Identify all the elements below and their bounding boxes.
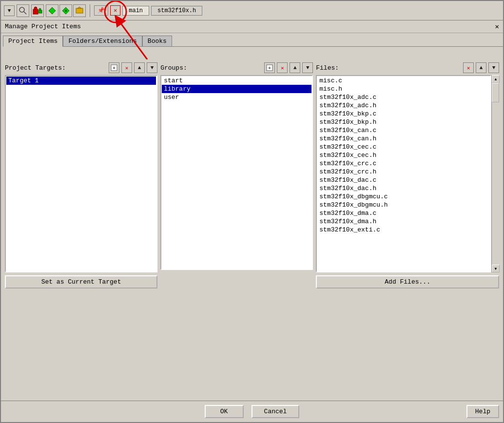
toolbar-dropdown-btn[interactable]: ▼ (4, 5, 15, 16)
files-down-btn[interactable]: ▼ (488, 62, 499, 73)
targets-column: Project Targets: + ✕ ▲ ▼ Target 1 Set (5, 62, 157, 288)
svg-point-6 (34, 7, 37, 10)
files-up-btn[interactable]: ▲ (476, 62, 486, 73)
tab-close[interactable]: ✕ (110, 5, 120, 16)
toolbar-icon-1[interactable] (17, 4, 29, 17)
cancel-button[interactable]: Cancel (252, 405, 300, 418)
list-item[interactable]: stm32f10x_crc.h (317, 168, 490, 176)
groups-listbox[interactable]: start library user (160, 75, 313, 270)
groups-column: Groups: + ✕ ▲ ▼ start library user (160, 62, 313, 288)
files-label: Files: (316, 64, 461, 72)
files-action: Add Files... (316, 275, 499, 288)
targets-delete-btn[interactable]: ✕ (121, 62, 132, 73)
files-delete-btn[interactable]: ✕ (463, 62, 474, 73)
svg-text:+: + (268, 66, 271, 71)
targets-down-btn[interactable]: ▼ (147, 62, 157, 73)
tab-books[interactable]: Books (142, 36, 172, 47)
tab-project-items[interactable]: Project Items (3, 36, 63, 47)
list-item[interactable]: misc.h (317, 85, 490, 93)
list-item[interactable]: library (162, 85, 311, 93)
toolbar-icon-3[interactable] (59, 4, 72, 17)
toolbar-icon-2[interactable] (46, 4, 58, 17)
file-tab-stm32[interactable]: stm32f10x.h (151, 6, 202, 16)
tab-folders-extensions[interactable]: Folders/Extensions (63, 36, 142, 47)
svg-text:+: + (113, 66, 116, 71)
scroll-up-btn[interactable]: ▲ (492, 75, 500, 83)
list-item[interactable]: stm32f10x_crc.c (317, 159, 490, 168)
list-item[interactable]: stm32f10x_dbgmcu.h (317, 201, 490, 209)
groups-up-btn[interactable]: ▲ (290, 62, 300, 73)
scroll-thumb[interactable] (492, 83, 499, 102)
scroll-down-btn[interactable]: ▼ (492, 265, 500, 272)
manage-project-items-dialog: ▼ (0, 0, 504, 423)
targets-label: Project Targets: (5, 64, 107, 72)
list-item[interactable]: stm32f10x_bkp.c (317, 110, 490, 118)
files-listbox[interactable]: misc.c misc.h stm32f10x_adc.c stm32f10x_… (316, 75, 491, 272)
tabs-row: Project Items Folders/Extensions Books (3, 35, 503, 46)
list-item[interactable]: stm32f10x_exti.c (317, 226, 490, 234)
targets-listbox[interactable]: Target 1 (5, 75, 157, 272)
dialog-close-btn[interactable]: ✕ (495, 22, 499, 31)
groups-down-btn[interactable]: ▼ (302, 62, 313, 73)
groups-new-btn[interactable]: + (264, 62, 275, 73)
set-current-target-btn[interactable]: Set as Current Target (5, 275, 157, 288)
list-item[interactable]: user (162, 93, 311, 101)
toolbar-icon-4[interactable] (73, 4, 86, 17)
toolbar: ▼ (1, 1, 503, 20)
targets-up-btn[interactable]: ▲ (134, 62, 145, 73)
svg-line-4 (24, 12, 26, 14)
add-files-btn[interactable]: Add Files... (316, 275, 499, 288)
list-item[interactable]: misc.c (317, 77, 490, 85)
columns-layout: Project Targets: + ✕ ▲ ▼ Target 1 Set (5, 62, 499, 288)
groups-label: Groups: (160, 64, 262, 72)
help-button[interactable]: Help (466, 405, 499, 418)
files-scrollbar[interactable]: ▲ ▼ (491, 75, 499, 272)
svg-marker-13 (78, 7, 81, 8)
toolbar-icon-highlighted[interactable] (30, 3, 45, 18)
dialog-titlebar: Manage Project Items ✕ (1, 20, 503, 33)
groups-delete-btn[interactable]: ✕ (277, 62, 288, 73)
svg-rect-11 (65, 10, 67, 12)
list-item[interactable]: stm32f10x_adc.c (317, 93, 490, 101)
list-item[interactable]: start (162, 77, 311, 85)
svg-marker-9 (49, 7, 56, 14)
tab-pin[interactable]: 📌 (94, 5, 108, 16)
list-item[interactable]: stm32f10x_can.h (317, 135, 490, 143)
list-item[interactable]: Target 1 (6, 77, 156, 85)
scroll-track[interactable] (492, 83, 499, 265)
dialog-footer: OK Cancel Help (1, 401, 503, 422)
files-column: Files: ✕ ▲ ▼ misc.c misc.h stm32f10x_adc… (316, 62, 499, 288)
dialog-title: Manage Project Items (5, 23, 81, 30)
list-item[interactable]: stm32f10x_can.c (317, 126, 490, 135)
groups-action-spacer (160, 273, 313, 288)
list-item[interactable]: stm32f10x_dac.c (317, 176, 490, 184)
list-item[interactable]: stm32f10x_cec.h (317, 151, 490, 159)
tab-navigation: Project Items Folders/Extensions Books (1, 33, 503, 47)
dialog-content: Project Targets: + ✕ ▲ ▼ Target 1 Set (1, 47, 503, 292)
svg-rect-12 (76, 8, 83, 13)
file-tab-main[interactable]: main (122, 6, 149, 16)
files-header: Files: ✕ ▲ ▼ (316, 62, 499, 73)
list-item[interactable]: stm32f10x_dma.h (317, 217, 490, 226)
targets-new-btn[interactable]: + (109, 62, 119, 73)
list-item[interactable]: stm32f10x_dma.c (317, 209, 490, 217)
list-item[interactable]: stm32f10x_bkp.h (317, 118, 490, 126)
list-item[interactable]: stm32f10x_dac.h (317, 184, 490, 192)
files-list-wrapper: misc.c misc.h stm32f10x_adc.c stm32f10x_… (316, 75, 499, 272)
svg-point-3 (19, 7, 24, 12)
targets-action: Set as Current Target (5, 275, 157, 288)
spacer (5, 51, 499, 58)
list-item[interactable]: stm32f10x_dbgmcu.c (317, 192, 490, 201)
toolbar-separator (90, 4, 90, 17)
ok-button[interactable]: OK (205, 405, 244, 418)
groups-action (160, 273, 313, 288)
list-item[interactable]: stm32f10x_adc.h (317, 101, 490, 110)
tab-border (3, 46, 503, 47)
groups-header: Groups: + ✕ ▲ ▼ (160, 62, 313, 73)
svg-point-8 (39, 8, 41, 10)
list-item[interactable]: stm32f10x_cec.c (317, 143, 490, 151)
targets-header: Project Targets: + ✕ ▲ ▼ (5, 62, 157, 73)
svg-rect-7 (39, 10, 42, 13)
